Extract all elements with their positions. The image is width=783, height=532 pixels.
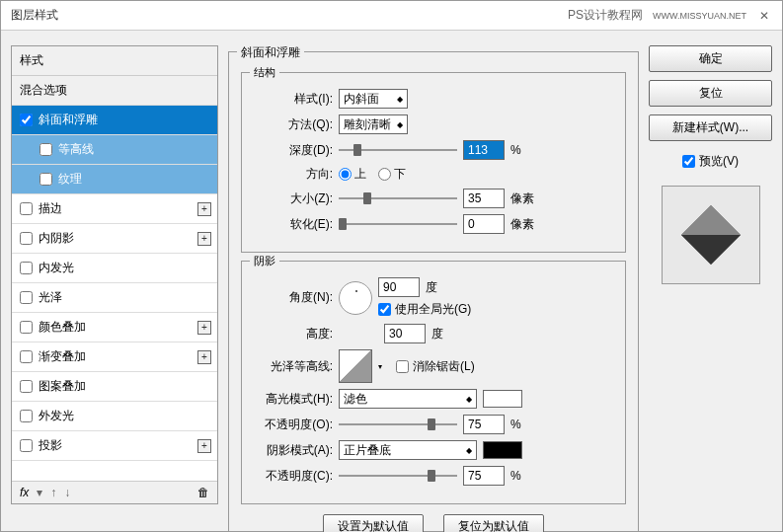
- altitude-input[interactable]: [384, 324, 426, 343]
- color-overlay-checkbox[interactable]: [20, 321, 33, 334]
- caret-icon: ◆: [466, 395, 472, 404]
- global-light[interactable]: 使用全局光(G): [378, 301, 471, 318]
- style-bevel[interactable]: 斜面和浮雕: [12, 106, 217, 135]
- layer-style-dialog: 图层样式 PS设计教程网 WWW.MISSYUAN.NET ✕ 样式 混合选项 …: [0, 0, 783, 532]
- plus-icon[interactable]: +: [197, 321, 211, 335]
- plus-icon[interactable]: +: [197, 439, 211, 453]
- contour-picker[interactable]: [339, 349, 372, 383]
- angle-unit: 度: [426, 279, 437, 296]
- antialias-checkbox[interactable]: [396, 360, 409, 373]
- style-label: 样式(I):: [254, 91, 333, 108]
- hopacity-input[interactable]: [463, 415, 505, 434]
- style-color-overlay[interactable]: 颜色叠加 +: [12, 313, 217, 342]
- preview-checkbox[interactable]: [682, 155, 695, 168]
- angle-widget[interactable]: [339, 281, 372, 315]
- up-radio[interactable]: [339, 168, 352, 181]
- angle-label: 角度(N):: [254, 289, 333, 306]
- blend-options[interactable]: 混合选项: [12, 76, 217, 106]
- angle-input[interactable]: [378, 277, 420, 297]
- style-label: 内发光: [39, 260, 74, 276]
- inner-glow-checkbox[interactable]: [20, 262, 33, 274]
- shadow-color[interactable]: [483, 441, 522, 459]
- style-pattern-overlay[interactable]: 图案叠加: [12, 372, 217, 402]
- reset-default-button[interactable]: 复位为默认值: [443, 514, 544, 532]
- size-input[interactable]: [463, 189, 505, 208]
- direction-up[interactable]: 上: [339, 166, 366, 183]
- depth-slider[interactable]: [339, 143, 457, 157]
- styles-header: 样式: [12, 46, 217, 76]
- set-default-button[interactable]: 设置为默认值: [323, 514, 424, 532]
- style-select[interactable]: 内斜面◆: [339, 89, 408, 109]
- highlight-label: 高光模式(H):: [254, 391, 333, 408]
- sopacity-slider[interactable]: [339, 469, 457, 483]
- close-icon[interactable]: ✕: [756, 8, 772, 24]
- antialias[interactable]: 消除锯齿(L): [396, 358, 475, 375]
- hopacity-label: 不透明度(O):: [254, 417, 333, 433]
- style-contour[interactable]: 等高线: [12, 135, 217, 165]
- bevel-title: 斜面和浮雕: [237, 44, 304, 61]
- plus-icon[interactable]: +: [197, 350, 211, 364]
- pattern-overlay-checkbox[interactable]: [20, 380, 33, 393]
- direction-down[interactable]: 下: [378, 166, 406, 183]
- style-texture[interactable]: 纹理: [12, 165, 217, 194]
- altitude-unit: 度: [431, 326, 443, 342]
- preview-box: [662, 186, 760, 284]
- caret-icon: ◆: [466, 446, 472, 455]
- drop-shadow-checkbox[interactable]: [20, 439, 33, 452]
- plus-icon[interactable]: +: [197, 232, 211, 246]
- stroke-checkbox[interactable]: [20, 202, 33, 215]
- cancel-button[interactable]: 复位: [649, 80, 772, 107]
- highlight-mode-select[interactable]: 滤色◆: [339, 389, 477, 409]
- gloss-label: 光泽等高线:: [254, 358, 333, 375]
- satin-checkbox[interactable]: [20, 291, 33, 304]
- hopacity-slider[interactable]: [339, 418, 457, 431]
- style-drop-shadow[interactable]: 投影 +: [12, 431, 217, 461]
- caret-icon: ◆: [397, 120, 403, 129]
- sopacity-input[interactable]: [463, 466, 505, 486]
- plus-icon[interactable]: +: [197, 202, 211, 216]
- style-value: 内斜面: [344, 91, 379, 108]
- trash-icon[interactable]: 🗑: [197, 486, 209, 499]
- texture-checkbox[interactable]: [39, 173, 52, 186]
- style-label: 投影: [39, 437, 62, 454]
- style-stroke[interactable]: 描边 +: [12, 194, 217, 224]
- style-inner-glow[interactable]: 内发光: [12, 254, 217, 283]
- outer-glow-checkbox[interactable]: [20, 410, 33, 422]
- up-icon[interactable]: ↑: [50, 486, 56, 499]
- new-style-button[interactable]: 新建样式(W)...: [649, 114, 772, 141]
- bevel-checkbox[interactable]: [20, 114, 33, 126]
- window-title: 图层样式: [11, 7, 58, 24]
- fx-label[interactable]: fx: [20, 486, 29, 499]
- contour-checkbox[interactable]: [39, 143, 52, 156]
- hopacity-unit: %: [510, 418, 540, 431]
- gradient-overlay-checkbox[interactable]: [20, 350, 33, 363]
- highlight-color[interactable]: [483, 390, 522, 408]
- sopacity-label: 不透明度(C):: [254, 468, 333, 485]
- inner-shadow-checkbox[interactable]: [20, 232, 33, 245]
- style-label: 光泽: [39, 289, 62, 306]
- sopacity-unit: %: [510, 469, 540, 483]
- style-gradient-overlay[interactable]: 渐变叠加 +: [12, 342, 217, 372]
- preview-toggle[interactable]: 预览(V): [649, 153, 772, 170]
- settings-panel: 斜面和浮雕 结构 样式(I): 内斜面◆ 方法(Q): 雕刻清晰◆ 深度(D):: [228, 45, 639, 532]
- shadow-label: 阴影模式(A):: [254, 442, 333, 459]
- soften-input[interactable]: [463, 214, 505, 234]
- style-satin[interactable]: 光泽: [12, 283, 217, 313]
- soften-slider[interactable]: [339, 217, 457, 231]
- style-label: 描边: [39, 200, 62, 217]
- down-radio[interactable]: [378, 168, 391, 181]
- ok-button[interactable]: 确定: [649, 45, 772, 72]
- titlebar: 图层样式 PS设计教程网 WWW.MISSYUAN.NET ✕: [1, 1, 782, 31]
- shadow-mode-select[interactable]: 正片叠底◆: [339, 440, 477, 460]
- styles-panel: 样式 混合选项 斜面和浮雕 等高线 纹理: [11, 45, 218, 504]
- style-outer-glow[interactable]: 外发光: [12, 402, 217, 431]
- down-icon[interactable]: ↓: [64, 486, 70, 499]
- depth-unit: %: [510, 143, 540, 157]
- size-slider[interactable]: [339, 191, 457, 205]
- technique-select[interactable]: 雕刻清晰◆: [339, 114, 408, 134]
- depth-input[interactable]: [463, 140, 505, 160]
- down-arrow-icon[interactable]: ▾: [37, 486, 42, 499]
- global-checkbox[interactable]: [378, 303, 391, 316]
- caret-icon[interactable]: ▾: [378, 362, 382, 371]
- style-inner-shadow[interactable]: 内阴影 +: [12, 224, 217, 254]
